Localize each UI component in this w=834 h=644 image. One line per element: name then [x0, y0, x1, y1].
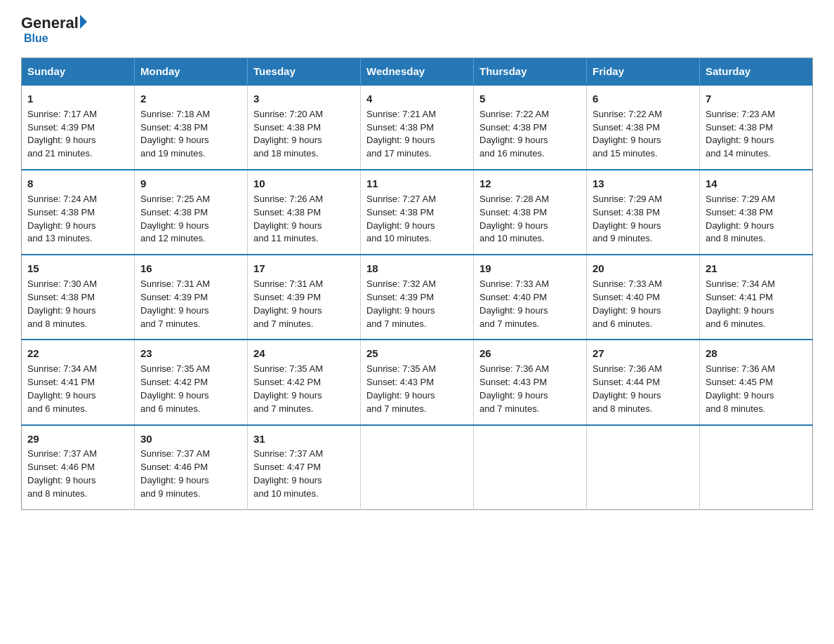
calendar-cell: 4Sunrise: 7:21 AM Sunset: 4:38 PM Daylig…: [361, 85, 474, 170]
calendar-cell: 8Sunrise: 7:24 AM Sunset: 4:38 PM Daylig…: [22, 170, 135, 255]
day-number: 24: [253, 346, 355, 361]
day-info: Sunrise: 7:29 AM Sunset: 4:38 PM Dayligh…: [706, 193, 807, 246]
day-number: 6: [593, 91, 694, 107]
day-number: 13: [593, 176, 694, 192]
calendar-cell: 15Sunrise: 7:30 AM Sunset: 4:38 PM Dayli…: [22, 255, 135, 340]
day-number: 7: [706, 91, 807, 107]
day-info: Sunrise: 7:34 AM Sunset: 4:41 PM Dayligh…: [706, 278, 807, 330]
logo-subtitle: Blue: [24, 32, 48, 45]
day-number: 8: [27, 176, 128, 192]
logo: General Blue: [21, 14, 87, 45]
day-number: 5: [479, 91, 581, 107]
day-info: Sunrise: 7:28 AM Sunset: 4:38 PM Dayligh…: [479, 193, 581, 246]
logo-general: General: [21, 14, 79, 32]
calendar-cell: 20Sunrise: 7:33 AM Sunset: 4:40 PM Dayli…: [587, 255, 700, 340]
col-header-saturday: Saturday: [700, 58, 813, 86]
day-info: Sunrise: 7:26 AM Sunset: 4:38 PM Dayligh…: [253, 193, 355, 246]
col-header-sunday: Sunday: [22, 58, 135, 86]
day-number: 11: [366, 176, 468, 192]
day-number: 9: [140, 176, 241, 192]
calendar-cell: 23Sunrise: 7:35 AM Sunset: 4:42 PM Dayli…: [135, 340, 248, 424]
day-number: 3: [253, 91, 355, 107]
day-number: 21: [706, 261, 807, 276]
day-info: Sunrise: 7:36 AM Sunset: 4:44 PM Dayligh…: [593, 363, 694, 415]
calendar-cell: 9Sunrise: 7:25 AM Sunset: 4:38 PM Daylig…: [135, 170, 248, 255]
day-info: Sunrise: 7:18 AM Sunset: 4:38 PM Dayligh…: [140, 108, 241, 161]
day-info: Sunrise: 7:23 AM Sunset: 4:38 PM Dayligh…: [706, 108, 807, 161]
day-number: 19: [479, 261, 581, 276]
day-number: 1: [27, 91, 128, 107]
calendar-header-row: SundayMondayTuesdayWednesdayThursdayFrid…: [22, 58, 813, 86]
day-number: 22: [27, 346, 128, 361]
calendar-cell: 11Sunrise: 7:27 AM Sunset: 4:38 PM Dayli…: [361, 170, 474, 255]
calendar-week-row: 22Sunrise: 7:34 AM Sunset: 4:41 PM Dayli…: [22, 340, 813, 424]
col-header-thursday: Thursday: [474, 58, 587, 86]
calendar-cell: 7Sunrise: 7:23 AM Sunset: 4:38 PM Daylig…: [700, 85, 813, 170]
page-header: General Blue: [21, 14, 813, 45]
day-info: Sunrise: 7:25 AM Sunset: 4:38 PM Dayligh…: [140, 193, 241, 246]
calendar-week-row: 8Sunrise: 7:24 AM Sunset: 4:38 PM Daylig…: [22, 170, 813, 255]
day-number: 23: [140, 346, 241, 361]
logo-arrow-icon: [80, 15, 87, 29]
day-info: Sunrise: 7:36 AM Sunset: 4:43 PM Dayligh…: [479, 363, 581, 415]
day-info: Sunrise: 7:35 AM Sunset: 4:42 PM Dayligh…: [140, 363, 241, 415]
calendar-cell: 16Sunrise: 7:31 AM Sunset: 4:39 PM Dayli…: [135, 255, 248, 340]
calendar-cell: 26Sunrise: 7:36 AM Sunset: 4:43 PM Dayli…: [474, 340, 587, 424]
day-info: Sunrise: 7:33 AM Sunset: 4:40 PM Dayligh…: [593, 278, 694, 330]
day-info: Sunrise: 7:37 AM Sunset: 4:46 PM Dayligh…: [27, 448, 128, 500]
day-info: Sunrise: 7:35 AM Sunset: 4:42 PM Dayligh…: [253, 363, 355, 415]
day-number: 20: [593, 261, 694, 276]
day-info: Sunrise: 7:36 AM Sunset: 4:45 PM Dayligh…: [706, 363, 807, 415]
day-number: 17: [253, 261, 355, 276]
calendar-cell: 25Sunrise: 7:35 AM Sunset: 4:43 PM Dayli…: [361, 340, 474, 424]
day-number: 4: [366, 91, 468, 107]
day-info: Sunrise: 7:21 AM Sunset: 4:38 PM Dayligh…: [366, 108, 468, 161]
calendar-cell: 29Sunrise: 7:37 AM Sunset: 4:46 PM Dayli…: [22, 425, 135, 510]
day-info: Sunrise: 7:34 AM Sunset: 4:41 PM Dayligh…: [27, 363, 128, 415]
day-number: 28: [706, 346, 807, 361]
day-number: 25: [366, 346, 468, 361]
calendar-cell: 13Sunrise: 7:29 AM Sunset: 4:38 PM Dayli…: [587, 170, 700, 255]
day-number: 16: [140, 261, 241, 276]
calendar-cell: 31Sunrise: 7:37 AM Sunset: 4:47 PM Dayli…: [248, 425, 361, 510]
day-info: Sunrise: 7:17 AM Sunset: 4:39 PM Dayligh…: [27, 108, 128, 161]
day-number: 2: [140, 91, 241, 107]
calendar-cell: 10Sunrise: 7:26 AM Sunset: 4:38 PM Dayli…: [248, 170, 361, 255]
calendar-cell: 22Sunrise: 7:34 AM Sunset: 4:41 PM Dayli…: [22, 340, 135, 424]
calendar-cell: 12Sunrise: 7:28 AM Sunset: 4:38 PM Dayli…: [474, 170, 587, 255]
calendar-cell: 2Sunrise: 7:18 AM Sunset: 4:38 PM Daylig…: [135, 85, 248, 170]
day-info: Sunrise: 7:22 AM Sunset: 4:38 PM Dayligh…: [593, 108, 694, 161]
day-info: Sunrise: 7:27 AM Sunset: 4:38 PM Dayligh…: [366, 193, 468, 246]
calendar-cell: 5Sunrise: 7:22 AM Sunset: 4:38 PM Daylig…: [474, 85, 587, 170]
calendar-cell: 6Sunrise: 7:22 AM Sunset: 4:38 PM Daylig…: [587, 85, 700, 170]
day-info: Sunrise: 7:29 AM Sunset: 4:38 PM Dayligh…: [593, 193, 694, 246]
day-info: Sunrise: 7:35 AM Sunset: 4:43 PM Dayligh…: [366, 363, 468, 415]
day-number: 14: [706, 176, 807, 192]
day-info: Sunrise: 7:37 AM Sunset: 4:46 PM Dayligh…: [140, 448, 241, 500]
day-number: 12: [479, 176, 581, 192]
calendar-cell: 17Sunrise: 7:31 AM Sunset: 4:39 PM Dayli…: [248, 255, 361, 340]
day-info: Sunrise: 7:30 AM Sunset: 4:38 PM Dayligh…: [27, 278, 128, 330]
calendar-cell: [587, 425, 700, 510]
day-number: 26: [479, 346, 581, 361]
calendar-cell: 21Sunrise: 7:34 AM Sunset: 4:41 PM Dayli…: [700, 255, 813, 340]
day-info: Sunrise: 7:22 AM Sunset: 4:38 PM Dayligh…: [479, 108, 581, 161]
calendar-cell: 1Sunrise: 7:17 AM Sunset: 4:39 PM Daylig…: [22, 85, 135, 170]
calendar-cell: 28Sunrise: 7:36 AM Sunset: 4:45 PM Dayli…: [700, 340, 813, 424]
day-number: 18: [366, 261, 468, 276]
calendar-cell: 18Sunrise: 7:32 AM Sunset: 4:39 PM Dayli…: [361, 255, 474, 340]
calendar-week-row: 1Sunrise: 7:17 AM Sunset: 4:39 PM Daylig…: [22, 85, 813, 170]
day-number: 30: [140, 431, 241, 447]
day-number: 15: [27, 261, 128, 276]
col-header-friday: Friday: [587, 58, 700, 86]
calendar-cell: [700, 425, 813, 510]
day-info: Sunrise: 7:32 AM Sunset: 4:39 PM Dayligh…: [366, 278, 468, 330]
day-info: Sunrise: 7:37 AM Sunset: 4:47 PM Dayligh…: [253, 448, 355, 500]
calendar-cell: [361, 425, 474, 510]
day-number: 27: [593, 346, 694, 361]
col-header-tuesday: Tuesday: [248, 58, 361, 86]
day-info: Sunrise: 7:31 AM Sunset: 4:39 PM Dayligh…: [253, 278, 355, 330]
calendar-cell: 19Sunrise: 7:33 AM Sunset: 4:40 PM Dayli…: [474, 255, 587, 340]
day-number: 29: [27, 431, 128, 447]
calendar-cell: 24Sunrise: 7:35 AM Sunset: 4:42 PM Dayli…: [248, 340, 361, 424]
